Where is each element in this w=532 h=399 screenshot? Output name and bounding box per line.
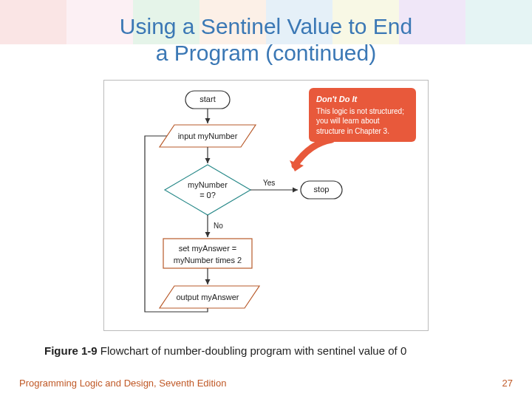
input-node: input myNumber [178, 132, 238, 140]
process-line2: myNumber times 2 [174, 256, 242, 265]
slide-footer: Programming Logic and Design, Seventh Ed… [19, 378, 513, 389]
start-node: start [200, 95, 215, 103]
process-line1: set myAnswer = [179, 244, 237, 253]
decision-line2: = 0? [200, 191, 216, 200]
yes-label: Yes [263, 179, 275, 187]
footer-book-title: Programming Logic and Design, Seventh Ed… [19, 378, 226, 389]
figure-caption-text: Flowchart of number-doubling program wit… [98, 344, 407, 357]
figure-caption: Figure 1-9 Flowchart of number-doubling … [44, 344, 532, 357]
slide-title: Using a Sentinel Value to End a Program … [0, 0, 532, 74]
no-label: No [214, 222, 223, 230]
callout-head: Don't Do It [316, 94, 409, 105]
title-line-1: Using a Sentinel Value to End [120, 14, 412, 38]
decision-line1: myNumber [188, 180, 228, 189]
output-node: output myAnswer [177, 293, 239, 301]
figure-number: Figure 1-9 [44, 344, 98, 357]
stop-node: stop [314, 185, 330, 194]
title-line-2: a Program (continued) [156, 41, 376, 65]
warning-callout: Don't Do It This logic is not structured… [309, 88, 416, 142]
flowchart-figure: start input myNumber myNumber = 0? Yes s… [103, 80, 429, 331]
footer-page-number: 27 [502, 378, 513, 389]
callout-body: This logic is not structured; you will l… [316, 106, 409, 137]
